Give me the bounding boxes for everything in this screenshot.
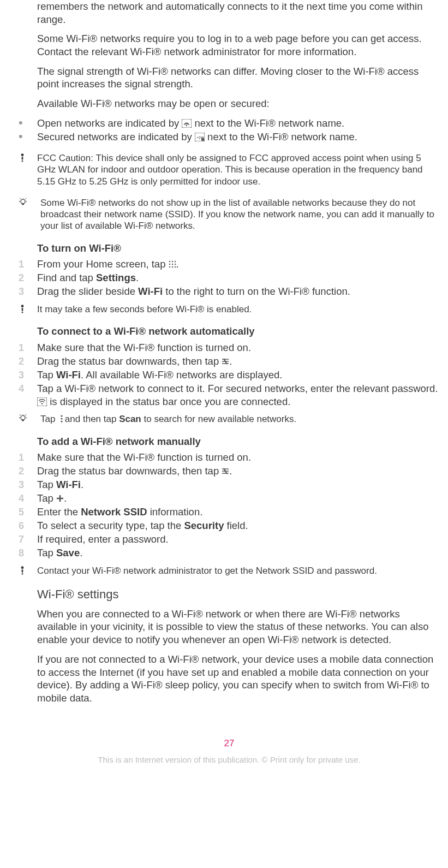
tip-mid: and then tap (62, 414, 119, 424)
step-2-bold: Settings (96, 272, 136, 283)
steps-add-manual: 1 Make sure that the Wi-Fi® function is … (19, 451, 440, 560)
step-3-pre: Drag the slider beside (37, 286, 138, 297)
step-text: Make sure that the Wi-Fi® function is tu… (37, 341, 440, 354)
heading-connect-auto: To connect to a Wi-Fi® network automatic… (37, 325, 440, 338)
hidden-ssid-tip: Some Wi-Fi® networks do not show up in t… (19, 197, 440, 232)
step-3-post: . All available Wi-Fi® networks are disp… (81, 369, 282, 381)
step-row: 6 To select a security type, tap the Sec… (19, 519, 440, 532)
wifi-settings-p2: If you are not connected to a Wi-Fi® net… (37, 653, 440, 705)
footer-text: This is an Internet version of this publ… (19, 754, 440, 769)
step-2-post: . (229, 355, 232, 367)
step-number: 1 (19, 341, 37, 354)
step-number: 4 (19, 382, 37, 395)
step-text: Enter the Network SSID information. (37, 506, 440, 519)
step-row: 1 Make sure that the Wi-Fi® function is … (19, 451, 440, 464)
step-row: 2 Drag the status bar downwards, then ta… (19, 465, 440, 478)
step-text: Drag the status bar downwards, then tap … (37, 355, 440, 368)
step-6-pre: To select a security type, tap the (37, 520, 184, 531)
step-2-pre: Drag the status bar downwards, then tap (37, 465, 222, 477)
step-text: Tap Wi-Fi. (37, 478, 440, 491)
intro-para-3: The signal strength of Wi-Fi® networks c… (37, 65, 440, 91)
step-2-post: . (136, 272, 139, 283)
tip-post: to search for new available networks. (141, 414, 296, 424)
step-number: 3 (19, 285, 37, 298)
bullet-open-network: • Open networks are indicated by next to… (19, 117, 440, 130)
step-text: Tap Save. (37, 546, 440, 560)
heading-wifi-settings: Wi-Fi® settings (37, 587, 440, 602)
page-number: 27 (19, 738, 440, 750)
step-4-post: is displayed in the status bar once you … (47, 396, 290, 407)
step-text: Tap a Wi-Fi® network to connect to it. F… (37, 382, 440, 408)
step-3-post: . (81, 479, 83, 490)
bullet-secured-text: Secured networks are indicated by next t… (37, 130, 440, 144)
intro-para-2: Some Wi-Fi® networks require you to log … (37, 32, 440, 58)
step-row: 1 From your Home screen, tap . (19, 258, 440, 271)
heading-add-manual: To add a Wi-Fi® network manually (37, 435, 440, 448)
tip-pre: Tap (40, 414, 58, 424)
step-row: 3 Drag the slider beside Wi-Fi to the ri… (19, 285, 440, 298)
fcc-caution-note: FCC Caution: This device shall only be a… (19, 152, 440, 187)
step-number: 8 (19, 546, 37, 560)
step-4-pre: Tap (37, 492, 56, 504)
step-2-pre: Drag the status bar downwards, then tap (37, 355, 222, 367)
step-number: 3 (19, 478, 37, 491)
step-row: 1 Make sure that the Wi-Fi® function is … (19, 341, 440, 354)
step-row: 5 Enter the Network SSID information. (19, 506, 440, 519)
step-6-bold: Security (184, 520, 224, 531)
quick-settings-icon (222, 467, 229, 475)
bullet-secured-post: next to the Wi-Fi® network name. (205, 131, 357, 142)
step-number: 1 (19, 258, 37, 271)
step-8-post: . (80, 547, 82, 558)
note-contact-admin-text: Contact your Wi-Fi® network administrato… (37, 565, 440, 576)
step-5-pre: Enter the (37, 506, 81, 518)
bullet-open-pre: Open networks are indicated by (37, 117, 182, 129)
step-row: 8 Tap Save. (19, 546, 440, 560)
wifi-secured-icon (195, 133, 205, 141)
step-row: 2 Find and tap Settings. (19, 271, 440, 284)
step-1-pre: From your Home screen, tap (37, 258, 169, 270)
step-row: 3 Tap Wi-Fi. All available Wi-Fi® networ… (19, 368, 440, 382)
step-4-post: . (64, 492, 67, 504)
step-text: Drag the status bar downwards, then tap … (37, 465, 440, 478)
important-icon (19, 304, 37, 314)
tip-scan: Tap and then tap Scan to search for new … (19, 413, 440, 425)
step-text: From your Home screen, tap . (37, 258, 440, 271)
step-3-bold: Wi-Fi (138, 286, 163, 297)
step-number: 7 (19, 533, 37, 546)
bullet-open-post: next to the Wi-Fi® network name. (192, 117, 344, 129)
step-number: 1 (19, 451, 37, 464)
note-contact-admin: Contact your Wi-Fi® network administrato… (19, 565, 440, 576)
hidden-ssid-text: Some Wi-Fi® networks do not show up in t… (37, 197, 440, 232)
step-text: Find and tap Settings. (37, 271, 440, 284)
step-3-post: to the right to turn on the Wi-Fi® funct… (163, 286, 350, 297)
step-text: Drag the slider beside Wi-Fi to the righ… (37, 285, 440, 298)
step-2-post: . (229, 465, 232, 477)
fcc-caution-text: FCC Caution: This device shall only be a… (37, 152, 440, 187)
important-icon (19, 565, 37, 575)
bullet-open-text: Open networks are indicated by next to t… (37, 117, 440, 130)
overflow-menu-icon (58, 415, 62, 423)
steps-connect-auto: 1 Make sure that the Wi-Fi® function is … (19, 341, 440, 408)
bullet-dot-icon: • (19, 117, 37, 129)
important-icon (19, 152, 37, 163)
quick-settings-icon (222, 358, 229, 365)
step-4-pre: Tap a Wi-Fi® network to connect to it. F… (37, 383, 438, 394)
step-8-pre: Tap (37, 547, 56, 558)
note-wifi-delay-text: It may take a few seconds before Wi-Fi® … (37, 304, 440, 315)
step-5-bold: Network SSID (81, 506, 147, 518)
bullet-dot-icon: • (19, 130, 37, 142)
add-plus-icon (56, 495, 64, 502)
step-row: 3 Tap Wi-Fi. (19, 478, 440, 491)
step-text: Tap Wi-Fi. All available Wi-Fi® networks… (37, 368, 440, 382)
step-row: 4 Tap . (19, 492, 440, 505)
step-row: 7 If required, enter a password. (19, 533, 440, 546)
steps-turn-on-wifi: 1 From your Home screen, tap . 2 Find an… (19, 258, 440, 298)
step-text: Make sure that the Wi-Fi® function is tu… (37, 451, 440, 464)
tip-bulb-icon (19, 413, 37, 423)
step-3-pre: Tap (37, 369, 56, 381)
apps-grid-icon (169, 260, 176, 268)
intro-para-1: remembers the network and automatically … (37, 0, 440, 26)
step-number: 6 (19, 519, 37, 532)
step-number: 2 (19, 271, 37, 284)
step-2-pre: Find and tap (37, 272, 96, 283)
